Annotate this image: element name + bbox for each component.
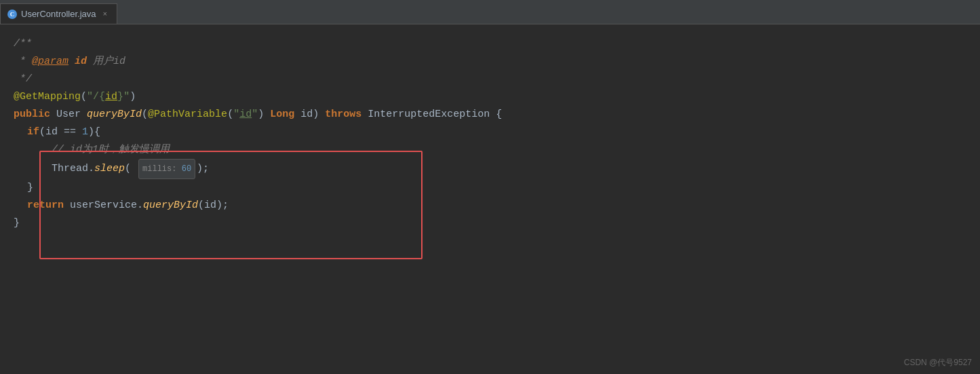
kw-if: if bbox=[27, 124, 39, 141]
inline-comment: // id为1时，触发慢调用 bbox=[52, 141, 170, 159]
annotation-name: @GetMapping bbox=[14, 88, 81, 106]
kw-public: public bbox=[14, 106, 50, 124]
file-type-icon: C bbox=[7, 10, 17, 19]
code-line-5: public User queryById(@PathVariable("id"… bbox=[14, 106, 966, 124]
num-1: 1 bbox=[82, 124, 88, 141]
mapping-string-close: " bbox=[123, 88, 130, 106]
exception-name: InterruptedException bbox=[368, 106, 490, 124]
sleep-method: sleep bbox=[94, 160, 125, 178]
code-line-8: Thread.sleep( millis: 60); bbox=[14, 159, 966, 179]
paren-close: ) bbox=[130, 88, 136, 106]
kw-long: Long bbox=[270, 106, 294, 124]
param-hint: millis: 60 bbox=[138, 159, 195, 179]
mapping-id: id bbox=[105, 88, 117, 106]
path-variable-annotation: @PathVariable bbox=[148, 106, 227, 124]
code-area: /** * @param id 用户id */ @GetMapping("/{i… bbox=[0, 24, 980, 374]
comment-space bbox=[68, 53, 75, 71]
query-method: queryById bbox=[143, 197, 198, 214]
thread-class: Thread bbox=[52, 160, 88, 178]
comment-desc: 用户id bbox=[87, 53, 125, 71]
editor-container: C UserController.java × /** * @param id … bbox=[0, 0, 980, 374]
param-name: id bbox=[75, 53, 87, 71]
kw-throws: throws bbox=[325, 106, 361, 124]
hint-value: 60 bbox=[182, 164, 191, 174]
tab-close-button[interactable]: × bbox=[103, 10, 108, 18]
brace-close-if: } bbox=[27, 179, 33, 197]
code-line-2: * @param id 用户id bbox=[14, 53, 966, 71]
code-line-11: } bbox=[14, 214, 966, 232]
comment-open: /** bbox=[14, 35, 32, 53]
brace-close-method: } bbox=[14, 214, 20, 232]
code-line-7: // id为1时，触发慢调用 bbox=[14, 141, 966, 159]
code-line-9: } bbox=[14, 179, 966, 197]
code-line-6: if(id == 1){ bbox=[14, 124, 966, 141]
code-line-1: /** bbox=[14, 35, 966, 53]
return-type: User bbox=[56, 106, 81, 124]
file-tab[interactable]: C UserController.java × bbox=[0, 3, 117, 24]
code-line-4: @GetMapping("/{id}") bbox=[14, 88, 966, 106]
paren-open: ( bbox=[81, 88, 87, 106]
code-line-3: */ bbox=[14, 71, 966, 88]
comment-star: * bbox=[14, 53, 32, 71]
comment-close: */ bbox=[14, 71, 32, 88]
watermark: CSDN @代号9527 bbox=[904, 357, 972, 369]
mapping-brace-close: } bbox=[117, 88, 123, 106]
mapping-slash: / bbox=[93, 88, 99, 106]
tab-bar: C UserController.java × bbox=[0, 0, 980, 24]
param-tag: @param bbox=[32, 53, 68, 71]
tab-filename: UserController.java bbox=[21, 9, 96, 19]
code-line-10: return userService.queryById(id); bbox=[14, 197, 966, 214]
mapping-string-open: " bbox=[87, 88, 93, 106]
method-name: queryById bbox=[87, 106, 142, 124]
mapping-brace-open: { bbox=[99, 88, 105, 106]
kw-return: return bbox=[27, 197, 64, 214]
pv-string: "id" bbox=[233, 106, 258, 124]
